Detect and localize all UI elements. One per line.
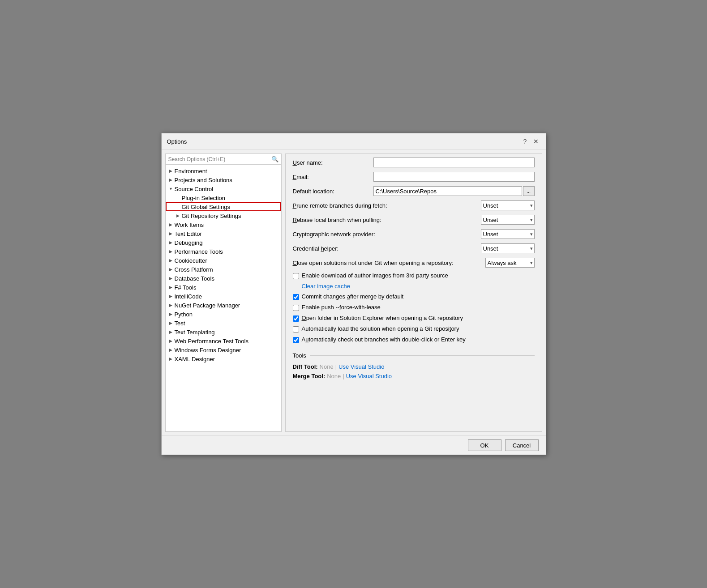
tree-item-debugging[interactable]: ▶ Debugging [166, 238, 281, 247]
arrow-database: ▶ [167, 275, 175, 282]
tree-item-text-editor[interactable]: ▶ Text Editor [166, 229, 281, 238]
dialog-footer: OK Cancel [162, 435, 546, 455]
merge-tool-sep: | [343, 373, 344, 379]
credential-dropdown[interactable]: UnsetTrueFalse [481, 243, 535, 253]
tree-item-work-items[interactable]: ▶ Work Items [166, 220, 281, 229]
tree-item-text-templating[interactable]: ▶ Text Templating [166, 328, 281, 337]
credential-row: Credential helper: UnsetTrueFalse [293, 243, 535, 253]
enable-download-checkbox[interactable] [293, 273, 299, 279]
credential-dropdown-wrapper: UnsetTrueFalse [481, 243, 535, 253]
label-debugging: Debugging [175, 239, 203, 246]
enable-push-row: Enable push --force-with-lease [293, 304, 535, 311]
tree-item-xaml-designer[interactable]: ▶ XAML Designer [166, 354, 281, 363]
close-solutions-dropdown[interactable]: Always askYesNo [485, 258, 535, 268]
auto-checkout-underline: u [305, 336, 309, 343]
close-solutions-underline: C [293, 260, 297, 266]
prune-row: Prune remote branches during fetch: Unse… [293, 200, 535, 210]
diff-tool-row: Diff Tool: None | Use Visual Studio [293, 363, 535, 370]
dialog-body: 🔍 ▶ Environment ▶ Projects and Solutions… [162, 150, 546, 435]
email-underline: E [293, 174, 297, 180]
close-solutions-dropdown-wrapper: Always askYesNo [485, 258, 535, 268]
auto-checkout-checkbox[interactable] [293, 337, 299, 343]
auto-load-row: Automatically load the solution when ope… [293, 325, 535, 332]
ok-button[interactable]: OK [468, 439, 501, 451]
rebase-underline: R [293, 217, 297, 223]
tree-item-source-control[interactable]: ▼ Source Control [166, 184, 281, 193]
tree-item-web-perf[interactable]: ▶ Web Performance Test Tools [166, 337, 281, 345]
label-git-repo-settings: Git Repository Settings [182, 213, 241, 219]
merge-tool-row: Merge Tool: None | Use Visual Studio [293, 373, 535, 379]
tree-item-test[interactable]: ▶ Test [166, 319, 281, 328]
rebase-dropdown[interactable]: UnsetTrueFalse [481, 215, 535, 225]
merge-tool-link[interactable]: Use Visual Studio [346, 373, 392, 379]
auto-checkout-row: Automatically check out branches with do… [293, 336, 535, 343]
open-folder-checkbox[interactable] [293, 315, 299, 322]
search-input[interactable] [168, 156, 271, 162]
search-icon: 🔍 [271, 156, 279, 162]
prune-dropdown[interactable]: UnsetTrueFalse [481, 200, 535, 210]
rebase-row: Rebase local branch when pulling: UnsetT… [293, 215, 535, 225]
close-solutions-label: Close open solutions not under Git when … [293, 260, 485, 266]
help-button[interactable]: ? [521, 137, 530, 146]
arrow-xaml-designer: ▶ [167, 355, 175, 362]
enable-push-checkbox[interactable] [293, 305, 299, 311]
diff-tool-sep: | [335, 363, 337, 370]
username-label: User name: [293, 159, 373, 166]
tree-item-git-global-settings[interactable]: ▶ Git Global Settings [166, 202, 281, 211]
enable-download-row: Enable download of author images from 3r… [293, 272, 535, 279]
merge-tool-value: None [327, 373, 341, 379]
arrow-intellicode: ▶ [167, 293, 175, 300]
diff-tool-link[interactable]: Use Visual Studio [339, 363, 384, 370]
tree-item-cookiecutter[interactable]: ▶ Cookiecutter [166, 256, 281, 265]
username-input[interactable] [373, 158, 535, 167]
crypto-dropdown[interactable]: UnsetTrueFalse [481, 229, 535, 239]
left-panel: 🔍 ▶ Environment ▶ Projects and Solutions… [165, 153, 282, 432]
tree-item-windows-forms[interactable]: ▶ Windows Forms Designer [166, 345, 281, 354]
tree-item-projects[interactable]: ▶ Projects and Solutions [166, 175, 281, 184]
crypto-row: Cryptographic network provider: UnsetTru… [293, 229, 535, 239]
label-performance-tools: Performance Tools [175, 248, 223, 255]
tree-item-cross-platform[interactable]: ▶ Cross Platform [166, 265, 281, 274]
arrow-git-repo: ▶ [175, 212, 182, 219]
commit-changes-label: Commit changes after merge by default [302, 293, 404, 300]
options-dialog: Options ? ✕ 🔍 ▶ Environment ▶ [161, 133, 546, 455]
tree-item-performance-tools[interactable]: ▶ Performance Tools [166, 247, 281, 256]
clear-cache-link[interactable]: Clear image cache [302, 283, 350, 290]
tree-item-plugin-selection[interactable]: ▶ Plug-in Selection [166, 193, 281, 202]
prune-underline: P [293, 202, 297, 209]
dialog-title: Options [167, 138, 187, 145]
prune-label: Prune remote branches during fetch: [293, 202, 481, 209]
email-input[interactable] [373, 172, 535, 182]
diff-tool-value: None [320, 363, 334, 370]
default-location-input[interactable] [373, 186, 522, 196]
arrow-nuget: ▶ [167, 302, 175, 309]
commit-changes-checkbox[interactable] [293, 294, 299, 300]
username-underline: U [293, 159, 297, 166]
tree-item-database-tools[interactable]: ▶ Database Tools [166, 274, 281, 283]
arrow-source-control: ▼ [167, 185, 175, 192]
tree-item-fsharp[interactable]: ▶ F# Tools [166, 283, 281, 292]
auto-checkout-label: Automatically check out branches with do… [302, 336, 466, 343]
auto-load-checkbox[interactable] [293, 326, 299, 332]
tree-item-environment[interactable]: ▶ Environment [166, 166, 281, 175]
arrow-web-perf: ▶ [167, 337, 175, 345]
credential-label: Credential helper: [293, 245, 481, 252]
default-location-row: Default location: ... [293, 186, 535, 196]
open-folder-underline: O [302, 315, 306, 321]
tree-item-git-repo-settings[interactable]: ▶ Git Repository Settings [166, 211, 281, 220]
label-web-perf: Web Performance Test Tools [175, 338, 249, 345]
default-location-underline: D [293, 188, 297, 195]
tree-item-intellicode[interactable]: ▶ IntelliCode [166, 292, 281, 301]
close-solutions-row: Close open solutions not under Git when … [293, 258, 535, 268]
label-text-editor: Text Editor [175, 230, 202, 237]
cancel-button[interactable]: Cancel [505, 439, 539, 451]
arrow-performance: ▶ [167, 248, 175, 255]
browse-button[interactable]: ... [523, 186, 535, 196]
tree-item-python[interactable]: ▶ Python [166, 310, 281, 319]
prune-dropdown-wrapper: UnsetTrueFalse [481, 200, 535, 210]
username-row: User name: [293, 158, 535, 167]
title-bar-buttons: ? ✕ [521, 137, 540, 146]
tree-item-nuget[interactable]: ▶ NuGet Package Manager [166, 301, 281, 310]
open-folder-label: Open folder in Solution Explorer when op… [302, 315, 463, 321]
close-button[interactable]: ✕ [531, 137, 540, 146]
